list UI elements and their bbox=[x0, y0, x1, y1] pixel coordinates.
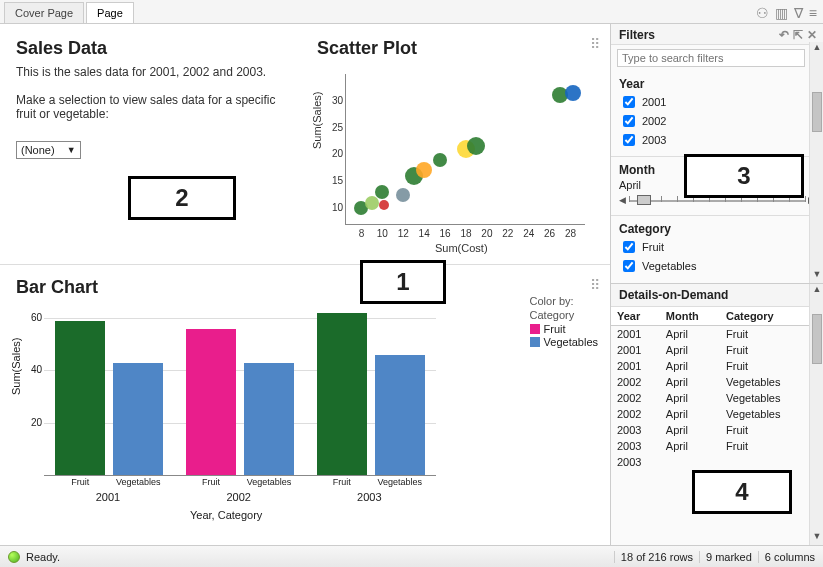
scrollbar-thumb[interactable] bbox=[812, 92, 822, 132]
scatter-plot-area[interactable] bbox=[351, 74, 581, 224]
bar-handle-icon[interactable]: ⠿ bbox=[590, 277, 600, 293]
checkbox[interactable] bbox=[623, 115, 635, 127]
table-cell: April bbox=[660, 374, 720, 390]
callout-3: 3 bbox=[684, 154, 804, 198]
table-row[interactable]: 2001AprilFruit bbox=[611, 358, 809, 374]
tab-cover-page[interactable]: Cover Page bbox=[4, 2, 84, 23]
filter-year-label: 2003 bbox=[642, 134, 666, 146]
table-cell bbox=[720, 454, 809, 470]
bar-x-axis bbox=[44, 475, 436, 476]
close-icon[interactable]: ✕ bbox=[807, 28, 817, 42]
toolbar-icons: ⚇ ▥ ∇ ≡ bbox=[756, 5, 823, 23]
sales-desc: This is the sales data for 2001, 2002 an… bbox=[16, 65, 289, 79]
table-row[interactable]: 2003AprilFruit bbox=[611, 438, 809, 454]
filter-year-item[interactable]: 2001 bbox=[619, 93, 815, 111]
table-cell: April bbox=[660, 358, 720, 374]
scatter-y-tick: 15 bbox=[327, 175, 343, 186]
checkbox[interactable] bbox=[623, 134, 635, 146]
table-cell: Vegetables bbox=[720, 390, 809, 406]
funnel-icon[interactable]: ∇ bbox=[794, 5, 803, 21]
scroll-down-icon[interactable]: ▼ bbox=[810, 531, 823, 545]
details-column-header[interactable]: Category bbox=[720, 307, 809, 326]
filters-scrollbar[interactable]: ▲ ▼ bbox=[809, 42, 823, 283]
scatter-y-tick: 20 bbox=[327, 148, 343, 159]
details-table: YearMonthCategory 2001AprilFruit2001Apri… bbox=[611, 307, 809, 470]
table-cell bbox=[660, 454, 720, 470]
legend-title2: Category bbox=[530, 309, 598, 321]
legend-label: Vegetables bbox=[544, 336, 598, 348]
legend-label: Fruit bbox=[544, 323, 566, 335]
slider-left-icon[interactable]: ◀ bbox=[619, 195, 626, 205]
table-row[interactable]: 2001AprilFruit bbox=[611, 326, 809, 343]
bar-y-tick: 60 bbox=[26, 312, 42, 323]
bar[interactable] bbox=[244, 363, 294, 475]
filter-year-item[interactable]: 2002 bbox=[619, 112, 815, 130]
table-row[interactable]: 2002AprilVegetables bbox=[611, 406, 809, 422]
undo-icon[interactable]: ↶ bbox=[779, 28, 789, 42]
bar[interactable] bbox=[186, 329, 236, 475]
bar-chart-area[interactable]: FruitVegetables2001FruitVegetables2002Fr… bbox=[44, 305, 436, 475]
bar-category-label: Fruit bbox=[50, 477, 110, 487]
table-cell: Fruit bbox=[720, 438, 809, 454]
scatter-x-label: Sum(Cost) bbox=[435, 242, 488, 254]
filter-category-item[interactable]: Fruit bbox=[619, 238, 815, 256]
people-icon[interactable]: ⚇ bbox=[756, 5, 769, 21]
table-row[interactable]: 2003AprilFruit bbox=[611, 422, 809, 438]
scrollbar-thumb[interactable] bbox=[812, 314, 822, 364]
table-row[interactable]: 2003 bbox=[611, 454, 809, 470]
table-row[interactable]: 2001AprilFruit bbox=[611, 342, 809, 358]
scatter-y-tick: 30 bbox=[327, 95, 343, 106]
table-cell: 2001 bbox=[611, 358, 660, 374]
scroll-up-icon[interactable]: ▲ bbox=[810, 42, 823, 56]
table-cell: Fruit bbox=[720, 326, 809, 343]
checkbox[interactable] bbox=[623, 241, 635, 253]
scatter-x-tick: 22 bbox=[499, 228, 517, 239]
callout-4: 4 bbox=[692, 470, 792, 514]
details-scrollbar[interactable]: ▲ ▼ bbox=[809, 284, 823, 545]
callout-2: 2 bbox=[128, 176, 236, 220]
pin-icon[interactable]: ⇱ bbox=[793, 28, 803, 42]
scatter-handle-icon[interactable]: ⠿ bbox=[590, 36, 600, 52]
tab-page[interactable]: Page bbox=[86, 2, 134, 23]
dropdown-value: (None) bbox=[21, 144, 55, 156]
bar[interactable] bbox=[375, 355, 425, 475]
legend-item[interactable]: Fruit bbox=[530, 323, 598, 335]
filters-search-input[interactable] bbox=[617, 49, 805, 67]
status-columns: 6 columns bbox=[758, 551, 815, 563]
filter-year-item[interactable]: 2003 bbox=[619, 131, 815, 149]
layout-icon[interactable]: ▥ bbox=[775, 5, 788, 21]
bar[interactable] bbox=[113, 363, 163, 475]
scatter-point[interactable] bbox=[467, 137, 485, 155]
slider-thumb[interactable] bbox=[637, 195, 651, 205]
bar-category-label: Vegetables bbox=[239, 477, 299, 487]
table-cell: Fruit bbox=[720, 342, 809, 358]
filter-category-item[interactable]: Vegetables bbox=[619, 257, 815, 275]
scatter-point[interactable] bbox=[416, 162, 432, 178]
scroll-up-icon[interactable]: ▲ bbox=[810, 284, 823, 298]
list-icon[interactable]: ≡ bbox=[809, 5, 817, 21]
filter-category-label: Fruit bbox=[642, 241, 664, 253]
bar[interactable] bbox=[317, 313, 367, 475]
scroll-down-icon[interactable]: ▼ bbox=[810, 269, 823, 283]
scatter-point[interactable] bbox=[379, 200, 389, 210]
table-row[interactable]: 2002AprilVegetables bbox=[611, 374, 809, 390]
scatter-y-axis bbox=[345, 74, 346, 224]
details-column-header[interactable]: Month bbox=[660, 307, 720, 326]
scatter-x-tick: 18 bbox=[457, 228, 475, 239]
checkbox[interactable] bbox=[623, 96, 635, 108]
scatter-point[interactable] bbox=[365, 196, 379, 210]
bar[interactable] bbox=[55, 321, 105, 475]
table-row[interactable]: 2002AprilVegetables bbox=[611, 390, 809, 406]
filter-year-label: 2001 bbox=[642, 96, 666, 108]
scatter-point[interactable] bbox=[375, 185, 389, 199]
legend-item[interactable]: Vegetables bbox=[530, 336, 598, 348]
scatter-point[interactable] bbox=[433, 153, 447, 167]
details-column-header[interactable]: Year bbox=[611, 307, 660, 326]
table-cell: 2002 bbox=[611, 406, 660, 422]
checkbox[interactable] bbox=[623, 260, 635, 272]
scatter-point[interactable] bbox=[396, 188, 410, 202]
bar-title: Bar Chart bbox=[16, 277, 594, 298]
selection-dropdown[interactable]: (None) ▼ bbox=[16, 141, 81, 159]
scatter-point[interactable] bbox=[565, 85, 581, 101]
table-cell: 2001 bbox=[611, 326, 660, 343]
